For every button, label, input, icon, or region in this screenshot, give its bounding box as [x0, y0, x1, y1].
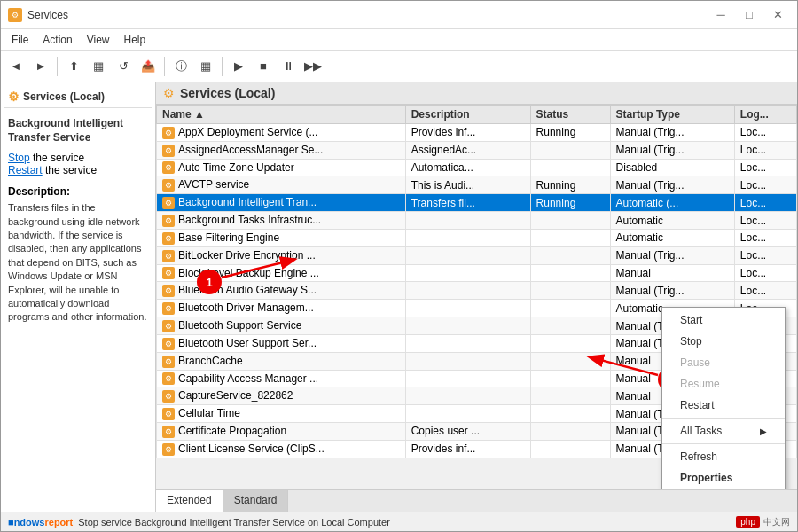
stop-service-button[interactable]: ■: [252, 55, 275, 78]
maximize-button[interactable]: □: [737, 6, 762, 24]
refresh-button[interactable]: ↺: [112, 55, 135, 78]
status-text: ■ndowsreport Stop service Background Int…: [8, 517, 390, 528]
table-cell: Copies user ...: [405, 423, 530, 441]
table-cell: ⚙Auto Time Zone Updater: [157, 159, 406, 176]
table-row[interactable]: ⚙Background Tasks Infrastruc...Automatic…: [157, 212, 797, 230]
table-cell: Manual (Trig...: [610, 124, 734, 142]
table-row[interactable]: ⚙AVCTP serviceThis is Audi...RunningManu…: [157, 176, 797, 194]
row-icon: ⚙: [162, 390, 175, 403]
table-row[interactable]: ⚙BitLocker Drive Encryption ...Manual (T…: [157, 246, 797, 264]
selected-service-name: Background Intelligent Transfer Service: [8, 117, 148, 145]
service-links: Stop the service Restart the service: [8, 152, 148, 176]
resume-service-button[interactable]: ▶▶: [301, 55, 325, 78]
ctx-resume: Resume: [662, 373, 785, 395]
table-cell: [530, 300, 610, 317]
export-button[interactable]: 📤: [137, 55, 160, 78]
col-name[interactable]: Name ▲: [157, 106, 406, 124]
table-cell: [405, 264, 530, 282]
minimize-button[interactable]: ─: [708, 6, 733, 24]
col-log[interactable]: Log...: [734, 106, 796, 124]
ctx-all-tasks[interactable]: All Tasks ▶: [662, 420, 785, 442]
service-detail: Background Intelligent Transfer Service …: [4, 113, 152, 328]
row-icon: ⚙: [162, 161, 175, 174]
table-row[interactable]: ⚙Background Intelligent Tran...Transfers…: [157, 194, 797, 212]
col-startup[interactable]: Startup Type: [610, 106, 734, 124]
show-hide-button[interactable]: ▦: [87, 55, 110, 78]
table-cell: Manual (Trig...: [610, 246, 734, 264]
table-cell: [530, 159, 610, 176]
tab-standard[interactable]: Standard: [223, 490, 289, 512]
table-scroll[interactable]: Name ▲ Description Status Startup Type L…: [156, 105, 797, 489]
table-cell: [530, 141, 610, 159]
menu-action[interactable]: Action: [35, 32, 79, 48]
ctx-start[interactable]: Start: [662, 309, 785, 331]
forward-button[interactable]: ►: [29, 55, 52, 78]
row-icon: ⚙: [162, 285, 175, 297]
menu-help[interactable]: Help: [117, 32, 153, 48]
table-cell: ⚙BranchCache: [157, 352, 406, 370]
row-icon: ⚙: [162, 320, 175, 332]
table-cell: ⚙Bluetooth Audio Gateway S...: [157, 282, 406, 300]
services-wrapper: Name ▲ Description Status Startup Type L…: [156, 105, 797, 512]
table-cell: Running: [530, 194, 610, 212]
ctx-restart[interactable]: Restart: [662, 395, 785, 416]
table-cell: [405, 212, 530, 230]
up-button[interactable]: ⬆: [62, 55, 85, 78]
table-cell: ⚙Base Filtering Engine: [157, 229, 406, 246]
table-row[interactable]: ⚙Bluetooth Audio Gateway S...Manual (Tri…: [157, 282, 797, 300]
stop-link[interactable]: Stop: [8, 152, 30, 164]
table-cell: [405, 352, 530, 370]
table-cell: Manual: [610, 264, 734, 282]
col-status[interactable]: Status: [530, 106, 610, 124]
table-cell: Loc...: [734, 176, 796, 194]
app-icon: ⚙: [8, 8, 22, 22]
properties-button[interactable]: ▦: [194, 55, 217, 78]
tab-extended[interactable]: Extended: [156, 490, 223, 512]
table-cell: Running: [530, 124, 610, 142]
table-cell: [405, 334, 530, 352]
table-cell: [530, 440, 610, 458]
context-menu: Start Stop Pause Resume Restart All Task…: [661, 307, 786, 489]
menu-file[interactable]: File: [4, 32, 35, 48]
table-cell: [530, 246, 610, 264]
close-button[interactable]: ✕: [765, 6, 790, 24]
toolbar-sep-2: [164, 57, 165, 76]
help-info-button[interactable]: ⓘ: [169, 55, 192, 78]
table-cell: [405, 317, 530, 335]
table-cell: [405, 370, 530, 387]
col-description[interactable]: Description: [405, 106, 530, 124]
table-cell: [405, 229, 530, 246]
table-row[interactable]: ⚙AppX Deployment Service (...Provides in…: [157, 124, 797, 142]
back-button[interactable]: ◄: [4, 55, 27, 78]
table-row[interactable]: ⚙Base Filtering EngineAutomaticLoc...: [157, 229, 797, 246]
ctx-properties[interactable]: Properties: [662, 467, 785, 489]
table-cell: ⚙Certificate Propagation: [157, 423, 406, 441]
ctx-refresh[interactable]: Refresh: [662, 446, 785, 467]
table-row[interactable]: ⚙Auto Time Zone UpdaterAutomatica...Disa…: [157, 159, 797, 176]
window-title: Services: [27, 9, 68, 21]
table-cell: ⚙Client License Service (ClipS...: [157, 440, 406, 458]
toolbar: ◄ ► ⬆ ▦ ↺ 📤 ⓘ ▦ ▶ ■ ⏸ ▶▶: [1, 51, 797, 82]
panel-header-icon: ⚙: [163, 86, 175, 100]
ctx-stop[interactable]: Stop: [662, 331, 785, 352]
start-service-button[interactable]: ▶: [227, 55, 250, 78]
table-cell: ⚙Bluetooth Support Service: [157, 317, 406, 335]
php-badge: php: [736, 516, 760, 528]
table-cell: [530, 212, 610, 230]
menu-bar: File Action View Help: [1, 29, 797, 51]
sidebar-title: Services (Local): [23, 90, 105, 103]
table-cell: Loc...: [734, 159, 796, 176]
table-cell: This is Audi...: [405, 176, 530, 194]
status-message: Stop service Background Intelligent Tran…: [78, 517, 390, 528]
pause-service-button[interactable]: ⏸: [277, 55, 300, 78]
table-cell: [530, 405, 610, 423]
table-row[interactable]: ⚙AssignedAccessManager Se...AssignedAc..…: [157, 141, 797, 159]
ctx-sep-1: [662, 418, 785, 419]
table-row[interactable]: ⚙Block Level Backup Engine ...ManualLoc.…: [157, 264, 797, 282]
table-cell: Provides inf...: [405, 124, 530, 142]
toolbar-sep-1: [57, 57, 58, 76]
table-cell: Loc...: [734, 264, 796, 282]
menu-view[interactable]: View: [80, 32, 117, 48]
table-cell: Running: [530, 176, 610, 194]
restart-link[interactable]: Restart: [8, 164, 43, 176]
